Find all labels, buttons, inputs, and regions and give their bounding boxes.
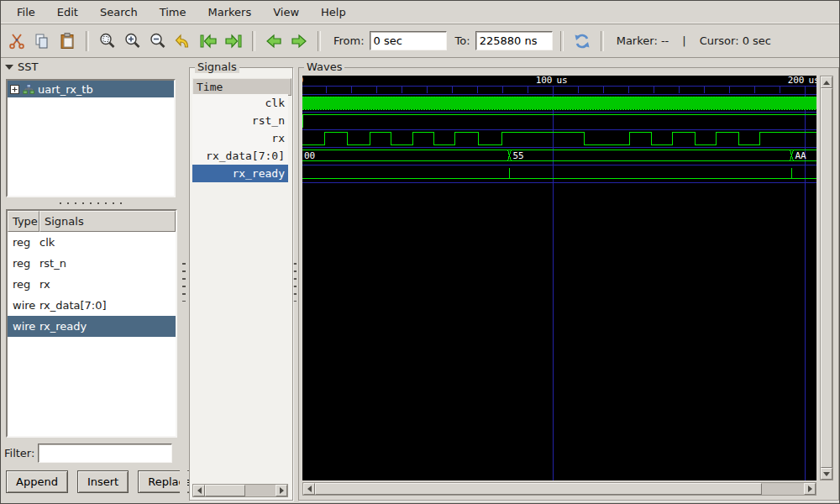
waves-panel: Waves 0100us200us0055AA [298, 67, 839, 501]
copy-icon [33, 32, 51, 50]
pane-resize-handle[interactable] [60, 201, 122, 205]
zoom-undo-button[interactable] [172, 30, 194, 52]
signals-row-rx-ready[interactable]: rx_ready [192, 165, 288, 182]
filter-input[interactable] [38, 444, 172, 463]
waves-panel-title: Waves [304, 60, 344, 73]
scroll-right-button[interactable] [276, 485, 287, 496]
menu-item-markers[interactable]: Markers [197, 3, 262, 23]
menu-item-time[interactable]: Time [149, 3, 197, 23]
zoom-out-button[interactable] [147, 30, 169, 52]
signal-table: TypeSignals regclkregrst_nregrxwirerx_da… [6, 209, 177, 438]
signal-type: wire [8, 299, 39, 312]
signal-name: clk [39, 236, 176, 249]
splitter-left[interactable] [180, 58, 187, 498]
zoom-fit-button[interactable] [97, 30, 118, 52]
table-row-rst-n[interactable]: regrst_n [8, 253, 176, 274]
trace-rx [302, 133, 816, 145]
tree-item-label: uart_rx_tb [38, 83, 93, 96]
signals-list: clkrst_nrxrx_data[7:0]rx_ready [192, 94, 288, 182]
time-header[interactable]: Time [192, 78, 291, 96]
zoom-to-start-button[interactable] [197, 30, 219, 52]
append-button[interactable]: Append [6, 470, 68, 493]
waves-vscrollbar[interactable] [820, 76, 833, 480]
zoom-to-start-icon [198, 32, 218, 50]
menu-item-view[interactable]: View [262, 3, 310, 23]
trace-clk [302, 97, 816, 109]
action-buttons: Append Insert Replace [6, 470, 202, 493]
cut-icon [8, 32, 26, 50]
signal-type: reg [8, 236, 39, 249]
marker-status: Marker: -- [617, 34, 669, 47]
signals-panel-title: Signals [195, 60, 239, 73]
scrollbar-thumb[interactable] [205, 485, 245, 496]
cursor-status: Cursor: 0 sec [700, 34, 771, 47]
table-row-rx-data-7-0[interactable]: wirerx_data[7:0] [8, 295, 176, 316]
hierarchy-icon [23, 84, 34, 95]
reload-button[interactable] [571, 30, 593, 52]
paste-button[interactable] [56, 30, 78, 52]
waveform-svg: 0100us200us0055AA [302, 76, 816, 480]
bus-value-label: 55 [513, 150, 524, 161]
scrollbar-trough[interactable] [245, 485, 276, 496]
wave-canvas[interactable]: 0100us200us0055AA [302, 76, 816, 480]
toolbar-separator [252, 31, 255, 51]
toolbar-separator [560, 31, 564, 51]
zoom-in-button[interactable] [122, 30, 144, 52]
cut-button[interactable] [6, 30, 28, 52]
menu-item-search[interactable]: Search [89, 3, 149, 23]
sst-expander[interactable]: SST [5, 60, 38, 73]
status-separator: | [682, 34, 685, 47]
menubar: FileEditSearchTimeMarkersViewHelp [1, 1, 839, 24]
shift-left-button[interactable] [263, 30, 285, 52]
zoom-out-icon [149, 32, 167, 50]
signals-row-clk[interactable]: clk [192, 94, 288, 112]
menu-item-edit[interactable]: Edit [46, 3, 89, 23]
timescale-label: 0 [302, 76, 303, 86]
copy-button[interactable] [31, 30, 53, 52]
column-header-signals[interactable]: Signals [39, 211, 176, 232]
tree-item-uart-rx-tb[interactable]: uart_rx_tb [8, 81, 174, 97]
zoom-to-end-icon [223, 32, 244, 50]
signal-name: rx_ready [39, 320, 176, 333]
signal-type: reg [8, 257, 39, 270]
scrollbar-thumb[interactable] [821, 88, 832, 468]
scrollbar-thumb[interactable] [315, 483, 762, 495]
arrow-left-icon [194, 487, 202, 494]
from-input[interactable] [370, 31, 447, 50]
trace-rx-data-7-0-rails [302, 150, 816, 161]
timescale-unit: us [557, 76, 568, 86]
scroll-up-button[interactable] [821, 76, 832, 88]
scrollbar-trough[interactable] [762, 483, 804, 495]
signals-row-rx[interactable]: rx [192, 129, 288, 147]
menu-item-help[interactable]: Help [310, 3, 357, 23]
filter-row: Filter: [4, 443, 177, 465]
insert-button[interactable]: Insert [77, 470, 129, 493]
scroll-down-button[interactable] [821, 468, 832, 480]
scroll-right-button[interactable] [804, 483, 816, 495]
zoom-to-end-button[interactable] [223, 30, 244, 52]
arrow-right-icon [808, 486, 816, 492]
trace-rst-n [302, 115, 816, 128]
waves-hscrollbar[interactable] [302, 482, 816, 496]
scroll-left-button[interactable] [303, 483, 315, 495]
table-row-rx-ready[interactable]: wirerx_ready [8, 316, 176, 337]
sst-tree[interactable]: uart_rx_tb [6, 79, 176, 197]
signals-row-rst-n[interactable]: rst_n [192, 112, 288, 129]
menu-item-file[interactable]: File [6, 3, 46, 23]
sst-title: SST [18, 60, 38, 73]
scroll-left-button[interactable] [193, 485, 205, 496]
toolbar-separator [318, 31, 321, 51]
shift-right-button[interactable] [288, 30, 310, 52]
signals-panel: Signals Time clkrst_nrxrx_data[7:0]rx_re… [189, 67, 293, 501]
to-input[interactable] [475, 31, 553, 50]
column-header-type[interactable]: Type [8, 211, 39, 232]
paste-icon [58, 32, 76, 50]
expand-plus-icon[interactable] [10, 85, 19, 94]
table-row-clk[interactable]: regclk [8, 232, 176, 253]
arrow-left-icon [304, 486, 312, 492]
timescale-label: 100 [536, 76, 553, 86]
table-row-rx[interactable]: regrx [8, 274, 176, 295]
zoom-in-icon [123, 32, 142, 50]
signals-row-rx-data-7-0[interactable]: rx_data[7:0] [192, 147, 288, 165]
signals-hscrollbar[interactable] [192, 484, 288, 497]
